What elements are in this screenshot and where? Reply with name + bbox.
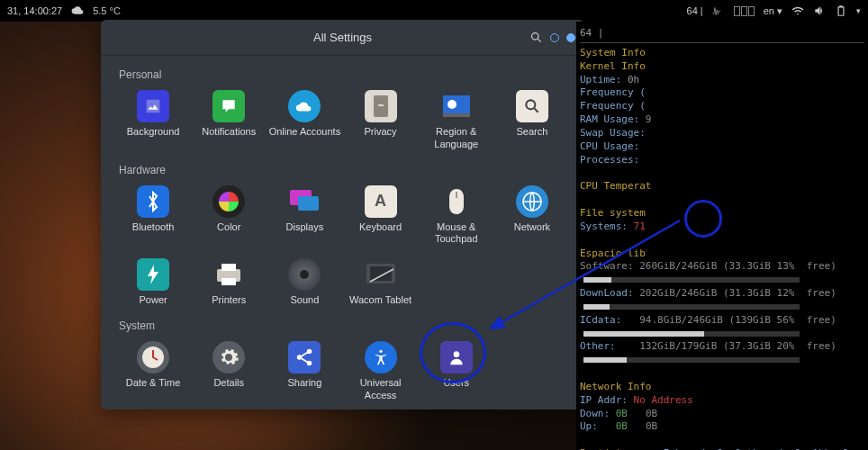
svg-rect-7: [443, 113, 470, 117]
printers-icon: [212, 258, 245, 291]
svg-point-24: [379, 349, 382, 352]
settings-window: All Settings Personal Background Notific…: [101, 20, 584, 410]
svg-rect-2: [228, 105, 230, 108]
settings-item-universal-access[interactable]: Universal Access: [342, 336, 418, 408]
svg-point-1: [228, 103, 231, 105]
keyboard-icon: A: [365, 185, 397, 218]
settings-item-datetime[interactable]: Date & Time: [115, 336, 191, 408]
settings-item-mouse[interactable]: Mouse & Touchpad: [419, 180, 494, 252]
svg-point-0: [532, 33, 539, 40]
notifications-icon: [212, 90, 245, 122]
cloud-icon: [71, 4, 84, 16]
color-icon: [212, 185, 245, 218]
temp: 5.5 °C: [93, 5, 121, 16]
fs-row: DownLoad: 202GiB/246GiB (31.3GiB 12% fre…: [580, 287, 864, 301]
topbar: 31, 14:00:27 5.5 °C 64 | en ▾ ▾: [0, 0, 868, 22]
svg-rect-11: [298, 196, 319, 211]
settings-item-users[interactable]: Users: [419, 336, 494, 408]
fs-row: Other: 132GiB/179GiB (37.3GiB 20% free): [580, 340, 864, 354]
sysinfo-header: System Info: [580, 47, 864, 60]
settings-item-sharing[interactable]: Sharing: [267, 336, 342, 408]
settings-item-sound[interactable]: Sound: [267, 253, 342, 312]
cpu-badge: 64 |: [687, 5, 703, 16]
background-icon: [137, 90, 169, 122]
svg-rect-18: [370, 266, 392, 281]
section-system: System: [119, 320, 570, 332]
section-hardware: Hardware: [119, 164, 570, 176]
svg-point-8: [526, 100, 535, 109]
settings-item-wacom[interactable]: Wacom Tablet: [342, 253, 418, 312]
chevron-down-icon[interactable]: ▾: [856, 6, 861, 15]
mouse-icon: [440, 185, 473, 218]
volume-tray-icon[interactable]: [813, 4, 826, 17]
svg-rect-4: [378, 104, 384, 106]
settings-item-color[interactable]: Color: [191, 180, 267, 252]
svg-point-25: [453, 351, 459, 357]
settings-item-search[interactable]: Search: [494, 85, 570, 157]
view-grid-toggle[interactable]: [550, 33, 559, 42]
universal-access-icon: [365, 341, 397, 374]
settings-item-privacy[interactable]: Privacy: [342, 85, 418, 157]
weather: [71, 4, 84, 18]
settings-item-background[interactable]: Background: [115, 85, 191, 157]
sound-icon: [288, 258, 321, 291]
sharing-icon: [288, 341, 321, 374]
network-icon: [516, 185, 548, 218]
wifi-icon[interactable]: [791, 4, 804, 17]
svg-rect-16: [222, 278, 236, 285]
settings-header: All Settings: [101, 20, 584, 56]
svg-rect-15: [222, 264, 236, 271]
settings-item-displays[interactable]: Displays: [267, 180, 342, 252]
fs-row: ICdata: 94.8GiB/246GiB (139GiB 56% free): [580, 314, 864, 328]
wacom-icon: [365, 258, 397, 291]
workspace-indicator[interactable]: [734, 6, 755, 16]
battery-tray-icon[interactable]: [835, 4, 847, 17]
settings-title: All Settings: [112, 31, 574, 44]
svg-point-6: [448, 100, 457, 109]
section-personal: Personal: [119, 68, 570, 81]
lang-indicator[interactable]: en ▾: [764, 5, 782, 17]
settings-item-keyboard[interactable]: A Keyboard: [342, 180, 418, 252]
users-icon: [440, 341, 473, 374]
settings-item-printers[interactable]: Printers: [191, 253, 267, 312]
settings-item-online-accounts[interactable]: Online Accounts: [267, 85, 342, 157]
fs-row: Software: 260GiB/246GiB (33.3GiB 13% fre…: [580, 260, 864, 274]
settings-item-power[interactable]: Power: [115, 253, 191, 312]
clock-icon: [137, 341, 169, 374]
gear-icon: [212, 341, 245, 374]
settings-item-region[interactable]: Region & Language: [419, 85, 494, 157]
settings-item-notifications[interactable]: Notifications: [191, 85, 267, 157]
netinfo-header: Network Info: [580, 381, 864, 394]
search-icon[interactable]: [529, 31, 543, 44]
search-settings-icon: [516, 90, 548, 122]
cloud-icon: [288, 90, 321, 122]
settings-item-details[interactable]: Details: [191, 336, 267, 408]
net-activity-icon: [712, 4, 725, 17]
system-info-panel: 64 | System Info Kernel Info Uptime: 0h …: [576, 22, 868, 450]
settings-item-network[interactable]: Network: [494, 180, 570, 252]
svg-rect-12: [456, 192, 457, 198]
settings-item-bluetooth[interactable]: Bluetooth: [115, 180, 191, 252]
displays-icon: [288, 185, 321, 218]
view-list-toggle[interactable]: [566, 33, 575, 42]
clock: 31, 14:00:27: [7, 5, 62, 16]
power-icon: [137, 258, 169, 291]
region-icon: [440, 90, 473, 122]
privacy-icon: [365, 90, 397, 122]
bluetooth-icon: [137, 185, 169, 218]
